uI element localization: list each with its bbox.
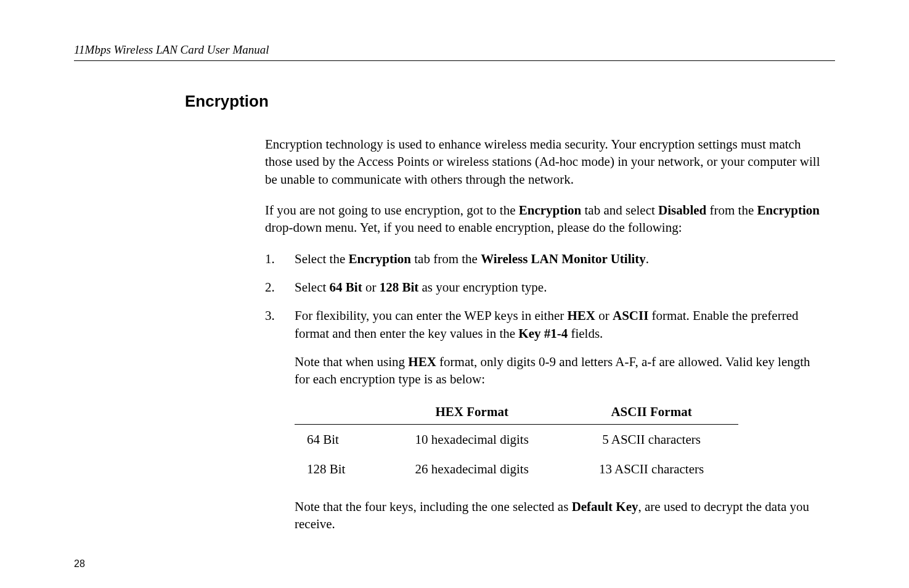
list-item-3: 3. For flexibility, you can enter the WE…: [265, 307, 823, 342]
sub-paragraph-2: Note that the four keys, including the o…: [295, 498, 823, 533]
text: drop-down menu. Yet, if you need to enab…: [265, 220, 682, 235]
table-cell: 128 Bit: [295, 454, 379, 484]
list-text: Select the Encryption tab from the Wirel…: [295, 250, 823, 267]
bold-text: ASCII: [613, 308, 648, 323]
text: as your encryption type.: [418, 280, 547, 295]
table-row: 64 Bit 10 hexadecimal digits 5 ASCII cha…: [295, 425, 738, 455]
section-title: Encryption: [185, 92, 835, 111]
header-text: 11Mbps Wireless LAN Card User Manual: [74, 43, 835, 61]
text: fields.: [568, 326, 603, 341]
text: tab from the: [411, 251, 481, 266]
table-cell: 64 Bit: [295, 425, 379, 455]
list-number: 2.: [265, 279, 295, 296]
content-area: Encryption technology is used to enhance…: [265, 136, 823, 533]
bold-text: Encryption: [348, 251, 411, 266]
list-number: 1.: [265, 250, 295, 267]
text: .: [646, 251, 649, 266]
text: Note that when using: [295, 354, 408, 369]
table-header: [295, 399, 379, 425]
bold-text: Default Key: [572, 499, 638, 514]
table-header-row: HEX Format ASCII Format: [295, 399, 738, 425]
table-cell: 10 hexadecimal digits: [379, 425, 565, 455]
bold-text: Key #1-4: [518, 326, 568, 341]
table-cell: 26 hexadecimal digits: [379, 454, 565, 484]
text: If you are not going to use encryption, …: [265, 203, 519, 218]
table-cell: 5 ASCII characters: [565, 425, 738, 455]
bold-text: HEX: [408, 354, 436, 369]
text: tab and select: [581, 203, 658, 218]
text: For flexibility, you can enter the WEP k…: [295, 308, 567, 323]
bold-text: 128 Bit: [380, 280, 419, 295]
list-text: For flexibility, you can enter the WEP k…: [295, 307, 823, 342]
bold-text: Encryption: [757, 203, 820, 218]
table-row: 128 Bit 26 hexadecimal digits 13 ASCII c…: [295, 454, 738, 484]
bold-text: HEX: [567, 308, 595, 323]
list-item-1: 1. Select the Encryption tab from the Wi…: [265, 250, 823, 267]
bold-text: 64 Bit: [330, 280, 362, 295]
table-cell: 13 ASCII characters: [565, 454, 738, 484]
paragraph-1: Encryption technology is used to enhance…: [265, 136, 823, 188]
text: from the: [706, 203, 757, 218]
bold-text: Disabled: [658, 203, 706, 218]
list-item-2: 2. Select 64 Bit or 128 Bit as your encr…: [265, 279, 823, 296]
list-number: 3.: [265, 307, 295, 342]
table-header: HEX Format: [379, 399, 565, 425]
bold-text: Wireless LAN Monitor Utility: [481, 251, 646, 266]
sub-paragraph-1: Note that when using HEX format, only di…: [295, 353, 823, 388]
text: Select the: [295, 251, 348, 266]
table-header: ASCII Format: [565, 399, 738, 425]
text: or: [595, 308, 613, 323]
key-length-table: HEX Format ASCII Format 64 Bit 10 hexade…: [295, 399, 738, 484]
page-number: 28: [74, 558, 85, 570]
bold-text: Encryption: [519, 203, 582, 218]
text: or: [362, 280, 380, 295]
text: Note that the four keys, including the o…: [295, 499, 572, 514]
list-text: Select 64 Bit or 128 Bit as your encrypt…: [295, 279, 823, 296]
paragraph-2: If you are not going to use encryption, …: [265, 202, 823, 237]
text: Select: [295, 280, 330, 295]
